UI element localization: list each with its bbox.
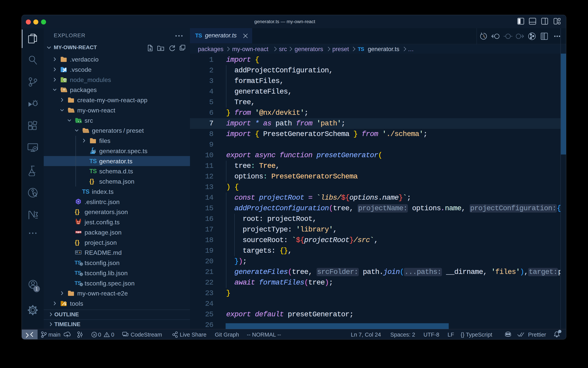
svg-text:JS: JS [63,79,66,82]
